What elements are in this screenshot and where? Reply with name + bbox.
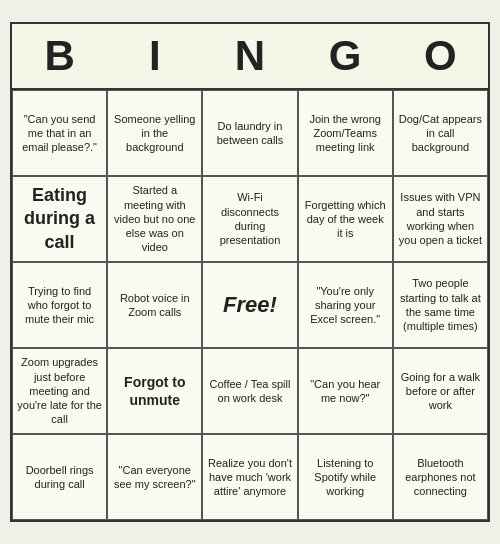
cell-r5c4: Listening to Spotify while working xyxy=(298,434,393,520)
cell-r3c2: Robot voice in Zoom calls xyxy=(107,262,202,348)
cell-r2c4: Forgetting which day of the week it is xyxy=(298,176,393,262)
cell-r2c1: Eating during a call xyxy=(12,176,107,262)
bingo-letter-i: I xyxy=(111,32,199,80)
cell-r4c2: Forgot to unmute xyxy=(107,348,202,434)
cell-r3c3: Free! xyxy=(202,262,297,348)
cell-r1c3: Do laundry in between calls xyxy=(202,90,297,176)
bingo-letter-g: G xyxy=(301,32,389,80)
cell-r1c2: Someone yelling in the background xyxy=(107,90,202,176)
cell-r5c2: "Can everyone see my screen?" xyxy=(107,434,202,520)
bingo-letter-n: N xyxy=(206,32,294,80)
cell-r1c1: "Can you send me that in an email please… xyxy=(12,90,107,176)
cell-r2c3: Wi-Fi disconnects during presentation xyxy=(202,176,297,262)
bingo-letter-b: B xyxy=(16,32,104,80)
bingo-card: BINGO "Can you send me that in an email … xyxy=(10,22,490,522)
cell-r3c1: Trying to find who forgot to mute their … xyxy=(12,262,107,348)
cell-r1c4: Join the wrong Zoom/Teams meeting link xyxy=(298,90,393,176)
cell-r3c4: "You're only sharing your Excel screen." xyxy=(298,262,393,348)
cell-r4c4: "Can you hear me now?" xyxy=(298,348,393,434)
cell-r5c3: Realize you don't have much 'work attire… xyxy=(202,434,297,520)
cell-r2c5: Issues with VPN and starts working when … xyxy=(393,176,488,262)
cell-r1c5: Dog/Cat appears in call background xyxy=(393,90,488,176)
bingo-letter-o: O xyxy=(396,32,484,80)
bingo-title: BINGO xyxy=(12,24,488,88)
bingo-grid: "Can you send me that in an email please… xyxy=(12,88,488,520)
cell-r4c3: Coffee / Tea spill on work desk xyxy=(202,348,297,434)
cell-r5c5: Bluetooth earphones not connecting xyxy=(393,434,488,520)
cell-r5c1: Doorbell rings during call xyxy=(12,434,107,520)
cell-r4c5: Going for a walk before or after work xyxy=(393,348,488,434)
cell-r2c2: Started a meeting with video but no one … xyxy=(107,176,202,262)
cell-r4c1: Zoom upgrades just before meeting and yo… xyxy=(12,348,107,434)
cell-r3c5: Two people starting to talk at the same … xyxy=(393,262,488,348)
